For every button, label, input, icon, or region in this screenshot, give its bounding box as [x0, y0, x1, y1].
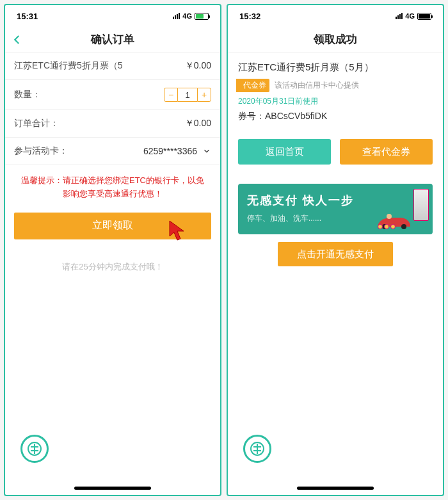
status-bar: 15:31 4G	[5, 5, 220, 27]
chevron-down-icon	[202, 147, 211, 156]
total-value: ￥0.00	[185, 118, 211, 129]
card-number: 6259****3366	[143, 146, 197, 156]
view-voucher-button[interactable]: 查看代金券	[340, 139, 433, 165]
svg-point-2	[401, 224, 406, 229]
promo-title: 无感支付 快人一步	[247, 193, 424, 208]
battery-icon	[195, 13, 209, 20]
battery-icon	[417, 13, 431, 20]
card-row[interactable]: 参与活动卡： 6259****3366	[5, 138, 220, 165]
success-content: 江苏ETC通行费5折月票（5月） 代金券 该活动由信用卡中心提供 2020年05…	[228, 52, 443, 495]
bank-logo-icon[interactable]	[20, 435, 49, 463]
coupon-label: 券号：	[238, 111, 265, 121]
nav-bar: 领取成功	[228, 27, 443, 52]
signal-icon	[173, 13, 180, 19]
nav-bar: 确认订单	[5, 27, 220, 52]
network-label: 4G	[182, 12, 192, 20]
voucher-expire: 2020年05月31日前使用	[238, 96, 433, 107]
promo-banner[interactable]: 无感支付 快人一步 停车、加油、洗车......	[238, 184, 433, 234]
claim-button[interactable]: 立即领取	[14, 213, 211, 239]
phone-claim-success: 15:32 4G 领取成功 江苏ETC通行费5折月票（5月） 代金券 该活动由信…	[227, 4, 444, 496]
quantity-row: 数量： − 1 +	[5, 80, 220, 110]
status-bar: 15:32 4G	[228, 5, 443, 27]
voucher-tag: 代金券	[238, 79, 269, 92]
kiosk-icon	[413, 189, 429, 221]
signal-icon	[396, 13, 403, 19]
payment-hint: 请在25分钟内完成支付哦！	[5, 261, 220, 273]
voucher-product: 江苏ETC通行费5折月票（5月）	[238, 61, 433, 74]
order-content: 江苏ETC通行费5折月票（5 ￥0.00 数量： − 1 + 订单合计： ￥0.…	[5, 52, 220, 495]
card-label: 参与活动卡：	[14, 145, 68, 157]
product-row: 江苏ETC通行费5折月票（5 ￥0.00	[5, 52, 220, 80]
quantity-label: 数量：	[14, 89, 41, 101]
status-time: 15:32	[239, 12, 260, 21]
qty-minus-button[interactable]: −	[164, 88, 178, 102]
voucher-info: 江苏ETC通行费5折月票（5月） 代金券 该活动由信用卡中心提供 2020年05…	[228, 52, 443, 127]
product-name: 江苏ETC通行费5折月票（5	[14, 60, 123, 72]
home-button[interactable]: 返回首页	[238, 139, 331, 165]
coupon-number: ABCsCVb5fiDK	[265, 111, 327, 121]
home-indicator[interactable]	[74, 487, 151, 490]
network-label: 4G	[405, 12, 415, 20]
action-buttons: 返回首页 查看代金券	[228, 127, 443, 171]
back-icon[interactable]	[12, 34, 23, 45]
total-row: 订单合计： ￥0.00	[5, 110, 220, 138]
coins-icon	[378, 224, 396, 229]
tip-text: 请正确选择您绑定ETC的银行卡，以免影响您享受高速通行优惠！	[63, 175, 204, 198]
voucher-provider: 该活动由信用卡中心提供	[275, 80, 359, 91]
warning-tip: 温馨提示：请正确选择您绑定ETC的银行卡，以免影响您享受高速通行优惠！	[5, 165, 220, 210]
tip-prefix: 温馨提示：	[21, 175, 63, 185]
bank-logo-icon[interactable]	[243, 435, 271, 463]
quantity-stepper: − 1 +	[164, 88, 211, 102]
product-price: ￥0.00	[185, 60, 211, 72]
status-right: 4G	[173, 12, 209, 20]
status-right: 4G	[396, 12, 431, 20]
total-label: 订单合计：	[14, 118, 59, 129]
svg-point-3	[387, 214, 392, 219]
page-title: 领取成功	[314, 32, 357, 47]
page-title: 确认订单	[91, 32, 134, 47]
qty-plus-button[interactable]: +	[197, 88, 211, 102]
qty-value: 1	[178, 88, 197, 102]
status-time: 15:31	[17, 12, 38, 21]
phone-confirm-order: 15:31 4G 确认订单 江苏ETC通行费5折月票（5 ￥0.00 数量： −…	[4, 4, 221, 496]
home-indicator[interactable]	[297, 487, 374, 490]
enable-payment-button[interactable]: 点击开通无感支付	[278, 242, 393, 266]
